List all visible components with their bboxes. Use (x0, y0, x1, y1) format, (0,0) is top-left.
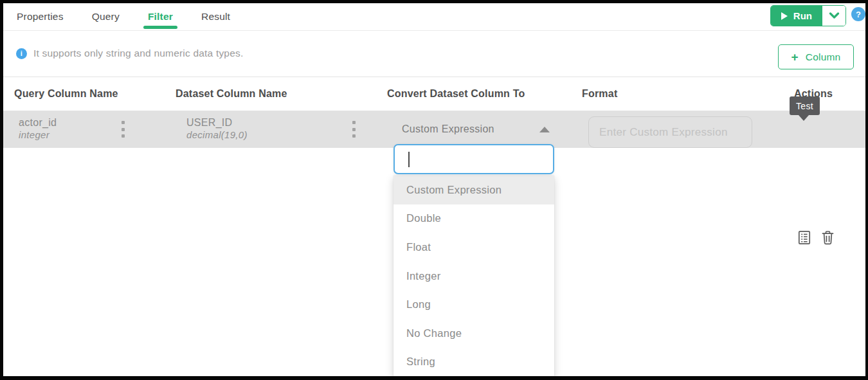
dataset-column-menu-handle[interactable] (349, 121, 358, 138)
query-column-menu-handle[interactable] (118, 121, 127, 138)
tab-query-label: Query (92, 11, 120, 22)
chevron-down-icon (829, 12, 840, 19)
dropdown-search-box (393, 144, 554, 174)
caret-up-icon (539, 127, 550, 132)
option-double[interactable]: Double (393, 204, 554, 233)
option-integer[interactable]: Integer (393, 262, 554, 291)
run-button-group: Run (770, 5, 846, 26)
option-string[interactable]: String (393, 347, 554, 376)
header-query-column-name: Query Column Name (14, 88, 118, 100)
run-button[interactable]: Run (771, 6, 822, 26)
tab-filter[interactable]: Filter (148, 11, 173, 23)
header-convert-dataset-column-to: Convert Dataset Column To (387, 88, 525, 100)
add-column-button[interactable]: + Column (778, 44, 854, 69)
convert-selected-value: Custom Expression (402, 123, 494, 135)
delete-action-button[interactable] (822, 230, 834, 247)
app-window: Properties Query Filter Result Run (0, 0, 868, 380)
dropdown-options-panel: Custom Expression Double Float Integer L… (393, 176, 554, 376)
trash-icon (822, 230, 834, 245)
tab-result[interactable]: Result (201, 11, 230, 23)
option-long[interactable]: Long (393, 290, 554, 319)
option-float[interactable]: Float (393, 233, 554, 262)
test-action-button[interactable] (798, 230, 811, 247)
plus-icon: + (791, 51, 799, 63)
table-header-row: Query Column Name Dataset Column Name Co… (3, 77, 865, 111)
test-tooltip: Test (790, 96, 820, 115)
table-row: actor_id integer USER_ID decimal(19,0) C… (3, 111, 865, 148)
info-message: i It supports only string and numeric da… (16, 48, 243, 59)
info-message-text: It supports only string and numeric data… (33, 48, 243, 59)
format-input[interactable] (588, 116, 752, 148)
header-dataset-column-name: Dataset Column Name (176, 88, 287, 100)
query-column-type: integer (19, 129, 57, 140)
run-options-button[interactable] (822, 6, 845, 26)
tab-active-underline (143, 26, 177, 29)
test-list-icon (798, 230, 811, 245)
info-bar: i It supports only string and numeric da… (3, 32, 865, 77)
query-column-name: actor_id (19, 116, 57, 129)
dataset-column-cell: USER_ID decimal(19,0) (186, 116, 248, 140)
convert-column-select[interactable]: Custom Expression (402, 111, 550, 148)
dropdown-search-input[interactable] (395, 145, 553, 173)
tab-properties-label: Properties (17, 11, 64, 22)
info-icon: i (16, 48, 27, 59)
header-format: Format (582, 88, 617, 100)
tab-bar: Properties Query Filter Result Run (3, 3, 865, 31)
option-custom-expression[interactable]: Custom Expression (393, 176, 554, 204)
play-icon (781, 12, 788, 21)
tab-result-label: Result (201, 11, 230, 22)
add-column-label: Column (806, 51, 841, 63)
test-tooltip-label: Test (796, 101, 813, 111)
dataset-column-type: decimal(19,0) (186, 129, 248, 140)
text-cursor (408, 152, 410, 167)
tab-query[interactable]: Query (92, 11, 120, 23)
dataset-column-name: USER_ID (186, 116, 248, 129)
help-button[interactable]: ? (851, 7, 865, 21)
question-mark-icon: ? (856, 10, 861, 19)
option-no-change[interactable]: No Change (393, 319, 554, 348)
tab-filter-label: Filter (148, 11, 173, 22)
run-button-label: Run (793, 10, 812, 21)
tab-properties[interactable]: Properties (17, 11, 64, 23)
query-column-cell: actor_id integer (19, 116, 57, 140)
